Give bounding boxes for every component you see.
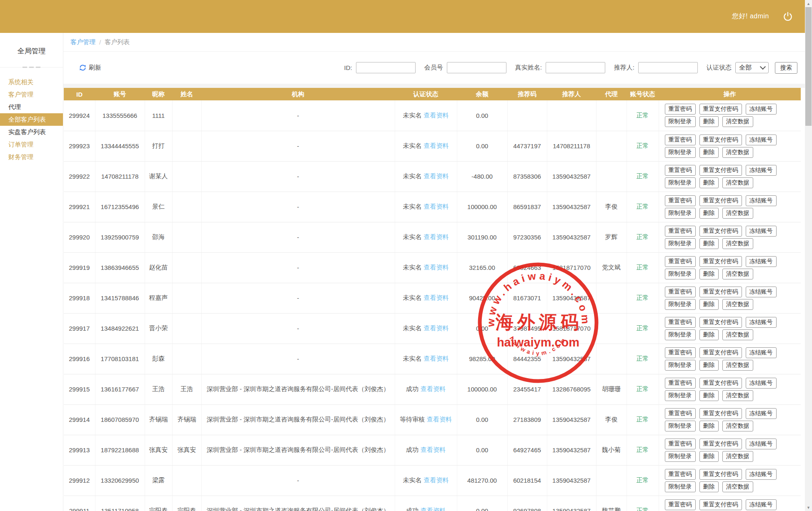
reset-password-button[interactable]: 重置密码 bbox=[665, 347, 696, 358]
freeze-account-button[interactable]: 冻结账号 bbox=[746, 226, 777, 237]
reset-pay-password-button[interactable]: 重置支付密码 bbox=[699, 226, 742, 237]
restrict-login-button[interactable]: 限制登录 bbox=[665, 177, 696, 188]
reset-pay-password-button[interactable]: 重置支付密码 bbox=[699, 135, 742, 145]
delete-button[interactable]: 删除 bbox=[699, 208, 719, 219]
clear-data-button[interactable]: 清空数据 bbox=[722, 238, 753, 249]
logout-power-icon[interactable] bbox=[782, 11, 793, 22]
reset-password-button[interactable]: 重置密码 bbox=[665, 378, 696, 389]
freeze-account-button[interactable]: 冻结账号 bbox=[746, 378, 777, 389]
clear-data-button[interactable]: 清空数据 bbox=[722, 360, 753, 371]
view-profile-link[interactable]: 查看资料 bbox=[424, 142, 449, 149]
reset-password-button[interactable]: 重置密码 bbox=[665, 408, 696, 419]
reset-pay-password-button[interactable]: 重置支付密码 bbox=[699, 165, 742, 176]
sidebar-item-agent[interactable]: 代理 bbox=[0, 101, 63, 113]
sidebar-item-all-customers[interactable]: 全部客户列表 bbox=[0, 113, 63, 126]
view-profile-link[interactable]: 查看资料 bbox=[424, 476, 449, 484]
filter-input-referrer[interactable] bbox=[638, 62, 698, 73]
delete-button[interactable]: 删除 bbox=[699, 269, 719, 279]
delete-button[interactable]: 删除 bbox=[699, 451, 719, 462]
reset-password-button[interactable]: 重置密码 bbox=[665, 317, 696, 328]
delete-button[interactable]: 删除 bbox=[699, 360, 719, 371]
reset-pay-password-button[interactable]: 重置支付密码 bbox=[699, 378, 742, 389]
view-profile-link[interactable]: 查看资料 bbox=[421, 446, 446, 453]
restrict-login-button[interactable]: 限制登录 bbox=[665, 451, 696, 462]
restrict-login-button[interactable]: 限制登录 bbox=[665, 208, 696, 219]
restrict-login-button[interactable]: 限制登录 bbox=[665, 147, 696, 158]
freeze-account-button[interactable]: 冻结账号 bbox=[746, 104, 777, 115]
reset-pay-password-button[interactable]: 重置支付密码 bbox=[699, 439, 742, 449]
reset-pay-password-button[interactable]: 重置支付密码 bbox=[699, 469, 742, 480]
view-profile-link[interactable]: 查看资料 bbox=[424, 203, 449, 210]
delete-button[interactable]: 删除 bbox=[699, 329, 719, 340]
restrict-login-button[interactable]: 限制登录 bbox=[665, 269, 696, 279]
view-profile-link[interactable]: 查看资料 bbox=[421, 507, 446, 511]
sidebar-item-orders[interactable]: 订单管理 bbox=[0, 138, 63, 151]
breadcrumb-parent-link[interactable]: 客户管理 bbox=[70, 38, 95, 46]
view-profile-link[interactable]: 查看资料 bbox=[424, 324, 449, 332]
reset-password-button[interactable]: 重置密码 bbox=[665, 499, 696, 510]
reset-pay-password-button[interactable]: 重置支付密码 bbox=[699, 499, 742, 510]
restrict-login-button[interactable]: 限制登录 bbox=[665, 116, 696, 127]
restrict-login-button[interactable]: 限制登录 bbox=[665, 238, 696, 249]
freeze-account-button[interactable]: 冻结账号 bbox=[746, 408, 777, 419]
freeze-account-button[interactable]: 冻结账号 bbox=[746, 135, 777, 145]
sidebar-collapse-handle[interactable] bbox=[0, 64, 63, 70]
reset-pay-password-button[interactable]: 重置支付密码 bbox=[699, 408, 742, 419]
reset-password-button[interactable]: 重置密码 bbox=[665, 226, 696, 237]
restrict-login-button[interactable]: 限制登录 bbox=[665, 481, 696, 492]
reset-password-button[interactable]: 重置密码 bbox=[665, 439, 696, 449]
restrict-login-button[interactable]: 限制登录 bbox=[665, 421, 696, 431]
delete-button[interactable]: 删除 bbox=[699, 390, 719, 401]
delete-button[interactable]: 删除 bbox=[699, 116, 719, 127]
reset-pay-password-button[interactable]: 重置支付密码 bbox=[699, 256, 742, 267]
view-profile-link[interactable]: 查看资料 bbox=[424, 355, 449, 362]
clear-data-button[interactable]: 清空数据 bbox=[722, 299, 753, 310]
sidebar-item-real-customers[interactable]: 实盘客户列表 bbox=[0, 126, 63, 138]
freeze-account-button[interactable]: 冻结账号 bbox=[746, 469, 777, 480]
delete-button[interactable]: 删除 bbox=[699, 299, 719, 310]
delete-button[interactable]: 删除 bbox=[699, 147, 719, 158]
delete-button[interactable]: 删除 bbox=[699, 481, 719, 492]
reset-password-button[interactable]: 重置密码 bbox=[665, 469, 696, 480]
view-profile-link[interactable]: 查看资料 bbox=[424, 233, 449, 240]
freeze-account-button[interactable]: 冻结账号 bbox=[746, 439, 777, 449]
sidebar-item-system[interactable]: 系统相关 bbox=[0, 76, 63, 88]
reset-password-button[interactable]: 重置密码 bbox=[665, 287, 696, 297]
clear-data-button[interactable]: 清空数据 bbox=[722, 177, 753, 188]
refresh-button[interactable]: 刷新 bbox=[78, 63, 101, 72]
freeze-account-button[interactable]: 冻结账号 bbox=[746, 165, 777, 176]
clear-data-button[interactable]: 清空数据 bbox=[722, 329, 753, 340]
sidebar-item-finance[interactable]: 财务管理 bbox=[0, 151, 63, 163]
restrict-login-button[interactable]: 限制登录 bbox=[665, 360, 696, 371]
clear-data-button[interactable]: 清空数据 bbox=[722, 147, 753, 158]
reset-pay-password-button[interactable]: 重置支付密码 bbox=[699, 104, 742, 115]
reset-pay-password-button[interactable]: 重置支付密码 bbox=[699, 287, 742, 297]
clear-data-button[interactable]: 清空数据 bbox=[722, 390, 753, 401]
view-profile-link[interactable]: 查看资料 bbox=[424, 112, 449, 119]
vertical-scrollbar[interactable]: ▲ ▼ bbox=[805, 0, 812, 511]
freeze-account-button[interactable]: 冻结账号 bbox=[746, 317, 777, 328]
clear-data-button[interactable]: 清空数据 bbox=[722, 421, 753, 431]
clear-data-button[interactable]: 清空数据 bbox=[722, 481, 753, 492]
delete-button[interactable]: 删除 bbox=[699, 238, 719, 249]
clear-data-button[interactable]: 清空数据 bbox=[722, 116, 753, 127]
freeze-account-button[interactable]: 冻结账号 bbox=[746, 287, 777, 297]
auth-status-select[interactable]: 全部 bbox=[735, 62, 769, 73]
reset-password-button[interactable]: 重置密码 bbox=[665, 165, 696, 176]
reset-password-button[interactable]: 重置密码 bbox=[665, 195, 696, 206]
restrict-login-button[interactable]: 限制登录 bbox=[665, 299, 696, 310]
view-profile-link[interactable]: 查看资料 bbox=[421, 385, 446, 392]
filter-input-id[interactable] bbox=[356, 62, 416, 73]
clear-data-button[interactable]: 清空数据 bbox=[722, 451, 753, 462]
filter-input-member-no[interactable] bbox=[447, 62, 506, 73]
reset-password-button[interactable]: 重置密码 bbox=[665, 256, 696, 267]
restrict-login-button[interactable]: 限制登录 bbox=[665, 329, 696, 340]
scroll-up-icon[interactable]: ▲ bbox=[805, 0, 812, 7]
sidebar-item-customer-mgmt[interactable]: 客户管理 bbox=[0, 88, 63, 101]
scrollbar-thumb[interactable] bbox=[805, 7, 812, 126]
view-profile-link[interactable]: 查看资料 bbox=[427, 416, 452, 423]
delete-button[interactable]: 删除 bbox=[699, 177, 719, 188]
view-profile-link[interactable]: 查看资料 bbox=[424, 294, 449, 301]
freeze-account-button[interactable]: 冻结账号 bbox=[746, 347, 777, 358]
reset-pay-password-button[interactable]: 重置支付密码 bbox=[699, 195, 742, 206]
